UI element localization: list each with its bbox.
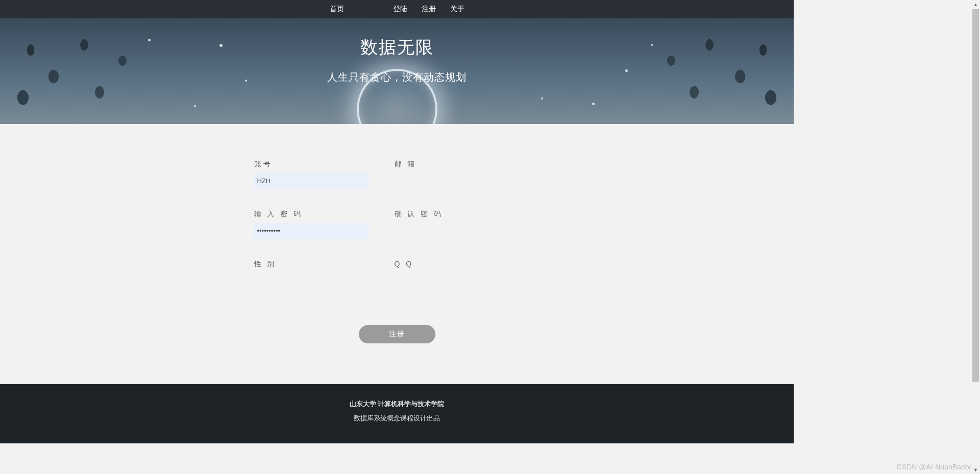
- hero-subtitle: 人生只有贪心，没有动态规划: [327, 70, 467, 84]
- hero-decor-right: [641, 18, 794, 124]
- star-icon: [592, 103, 595, 105]
- star-icon: [148, 39, 151, 41]
- top-nav: 首页 登陆 注册 关于: [0, 0, 794, 18]
- gender-label: 性 别: [254, 260, 369, 269]
- nav-register[interactable]: 注册: [422, 5, 436, 14]
- nav-home[interactable]: 首页: [330, 5, 344, 14]
- form-row: 输 入 密 码 确 认 密 码: [254, 210, 540, 239]
- password-input[interactable]: [254, 223, 369, 239]
- star-icon: [625, 69, 628, 72]
- submit-row: 注册: [254, 325, 540, 343]
- form-group-confirm: 确 认 密 码: [395, 210, 509, 239]
- star-icon: [651, 44, 653, 46]
- form-group-account: 账号: [254, 160, 369, 189]
- star-icon: [245, 80, 247, 82]
- hero-decor-left: [0, 18, 153, 124]
- form-row: 账号 邮 箱: [254, 160, 540, 189]
- form-row: 性 别 Q Q: [254, 260, 540, 289]
- star-icon: [194, 105, 196, 107]
- form-group-qq: Q Q: [395, 260, 509, 289]
- footer-line2: 数据库系统概念课程设计出品: [0, 414, 794, 423]
- star-icon: [219, 44, 223, 47]
- nav-login[interactable]: 登陆: [393, 5, 407, 14]
- password-label: 输 入 密 码: [254, 210, 369, 219]
- registration-form: 账号 邮 箱 输 入 密 码 确 认 密 码 性 别: [254, 160, 540, 343]
- hero-banner: 数据无限 人生只有贪心，没有动态规划: [0, 18, 794, 124]
- confirm-input[interactable]: [395, 223, 509, 239]
- footer-line1: 山东大学 计算机科学与技术学院: [0, 400, 794, 409]
- confirm-label: 确 认 密 码: [395, 210, 509, 219]
- form-group-gender: 性 别: [254, 260, 369, 289]
- email-input[interactable]: [395, 173, 509, 189]
- content-area: 账号 邮 箱 输 入 密 码 确 认 密 码 性 别: [0, 124, 794, 384]
- form-group-password: 输 入 密 码: [254, 210, 369, 239]
- qq-label: Q Q: [395, 260, 509, 268]
- hero-title: 数据无限: [360, 36, 434, 59]
- star-icon: [541, 97, 543, 99]
- qq-input[interactable]: [395, 272, 509, 288]
- account-input[interactable]: [254, 173, 369, 189]
- nav-about[interactable]: 关于: [450, 5, 464, 14]
- register-button[interactable]: 注册: [359, 325, 435, 343]
- email-label: 邮 箱: [395, 160, 509, 169]
- gender-input[interactable]: [254, 273, 369, 289]
- account-label: 账号: [254, 160, 369, 169]
- footer: 山东大学 计算机科学与技术学院 数据库系统概念课程设计出品: [0, 384, 794, 443]
- form-group-email: 邮 箱: [395, 160, 509, 189]
